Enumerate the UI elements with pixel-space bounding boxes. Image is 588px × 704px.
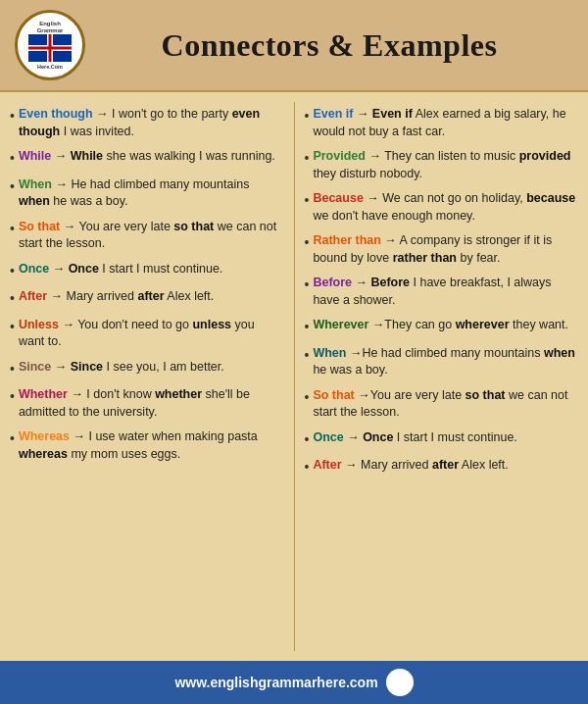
list-item: • Before → Before I have breakfast, I al…	[303, 271, 581, 313]
logo: EnglishGrammar Here.Com	[15, 10, 85, 80]
list-item: • Since → Since I see you, I am better.	[8, 355, 286, 383]
bullet-point: •	[305, 458, 310, 478]
list-item: • Provided → They can listen to music pr…	[303, 144, 581, 186]
item-text: Rather than → A company is stronger if i…	[313, 232, 578, 267]
bold-example: when	[544, 346, 575, 360]
item-text: After → Mary arrived after Alex left.	[313, 457, 508, 475]
list-item: • So that → You are very late so that we…	[8, 215, 286, 257]
bullet-point: •	[10, 360, 15, 379]
connector-word: After	[19, 289, 47, 303]
bullet-point: •	[10, 177, 15, 197]
item-text: Whether → I don't know whether she'll be…	[19, 386, 284, 421]
bullet-point: •	[305, 149, 310, 169]
list-item: • After → Mary arrived after Alex left.	[303, 453, 581, 481]
list-item: • When → He had climbed many mountains w…	[8, 173, 286, 215]
bullet-point: •	[10, 220, 15, 239]
bold-example: Before	[370, 276, 410, 289]
list-item: • Even though → I won't go to the party …	[8, 102, 286, 144]
bullet-point: •	[305, 346, 310, 366]
list-item: • Even if → Even if Alex earned a big sa…	[303, 102, 581, 144]
item-text: Provided → They can listen to music prov…	[313, 148, 578, 182]
bullet-point: •	[10, 107, 15, 126]
connector-word: Because	[313, 191, 363, 205]
bold-example: whether	[155, 387, 202, 401]
connector-word: Before	[313, 276, 352, 289]
list-item: • When →He had climbed many mountains wh…	[303, 341, 581, 383]
bold-example: whereas	[19, 447, 68, 461]
connector-word: While	[19, 149, 51, 163]
list-item: • Once → Once I start I must continue.	[303, 426, 581, 454]
main-content: • Even though → I won't go to the party …	[0, 92, 588, 661]
item-text: So that → You are very late so that we c…	[19, 219, 284, 253]
item-text: Even though → I won't go to the party ev…	[19, 106, 284, 140]
bold-example: after	[137, 289, 164, 303]
bullet-point: •	[305, 318, 310, 337]
bold-example: Since	[71, 360, 103, 374]
connector-word: Even though	[19, 107, 93, 121]
connector-word: So that	[19, 220, 60, 233]
bold-example: when	[19, 194, 50, 208]
item-text: Whereas → I use water when making pasta …	[19, 428, 284, 463]
bullet-point: •	[305, 233, 310, 253]
connector-word: Whereas	[19, 429, 70, 443]
item-text: Once → Once I start I must continue.	[313, 429, 516, 447]
item-text: Since → Since I see you, I am better.	[19, 359, 224, 377]
bold-example: so that	[466, 388, 506, 402]
bullet-point: •	[305, 388, 310, 408]
bold-example: wherever	[456, 318, 510, 331]
connector-word: Once	[19, 262, 49, 276]
connector-word: Provided	[313, 149, 366, 163]
list-item: • So that →You are very late so that we …	[303, 383, 581, 426]
list-item: • Because → We can not go on holiday, be…	[303, 186, 581, 228]
bold-example: unless	[192, 318, 231, 331]
connector-word: Even if	[313, 107, 353, 121]
list-item: • Once → Once I start I must continue.	[8, 257, 286, 285]
bold-example: rather than	[393, 251, 457, 265]
bold-example: While	[71, 149, 103, 163]
item-text: When → He had climbed many mountains whe…	[19, 176, 284, 211]
item-text: Even if → Even if Alex earned a big sala…	[313, 106, 578, 140]
bold-example: after	[432, 458, 459, 472]
list-item: • While → While she was walking I was ru…	[8, 144, 286, 173]
item-text: So that →You are very late so that we ca…	[313, 387, 578, 422]
list-item: • Unless → You don't need to go unless y…	[8, 313, 286, 355]
bullet-point: •	[305, 107, 310, 126]
item-text: Once → Once I start I must continue.	[19, 261, 222, 278]
bold-example: so that	[173, 220, 214, 233]
bullet-point: •	[10, 262, 15, 281]
item-text: After → Mary arrived after Alex left.	[19, 288, 214, 306]
connector-word: When	[19, 177, 52, 191]
connector-word: Whether	[19, 387, 68, 401]
left-column: • Even though → I won't go to the party …	[8, 102, 286, 651]
list-item: • Whether → I don't know whether she'll …	[8, 382, 286, 425]
footer-icon: ☞	[386, 669, 414, 696]
right-column: • Even if → Even if Alex earned a big sa…	[303, 102, 581, 651]
bullet-point: •	[305, 191, 310, 211]
item-text: Because → We can not go on holiday, beca…	[313, 190, 578, 225]
connector-word: Since	[19, 360, 51, 374]
item-text: While → While she was walking I was runn…	[19, 148, 275, 166]
item-text: Wherever →They can go wherever they want…	[313, 317, 568, 334]
connector-word: Once	[313, 430, 343, 444]
bold-example: because	[526, 191, 575, 205]
bullet-point: •	[10, 289, 15, 309]
bold-example: Once	[69, 262, 99, 276]
list-item: • Whereas → I use water when making past…	[8, 425, 286, 467]
bullet-point: •	[10, 149, 15, 169]
list-item: • Wherever →They can go wherever they wa…	[303, 313, 581, 341]
bullet-point: •	[10, 387, 15, 407]
footer-url: www.englishgrammarhere.com	[174, 675, 377, 690]
connector-word: Wherever	[313, 318, 368, 331]
connector-word: When	[313, 346, 346, 360]
item-text: Unless → You don't need to go unless you…	[19, 317, 284, 351]
bold-example: provided	[519, 149, 571, 163]
connector-word: Rather than	[313, 233, 380, 247]
bullet-point: •	[305, 276, 310, 295]
bullet-point: •	[305, 430, 310, 450]
connector-word: Unless	[19, 318, 59, 331]
connector-word: After	[313, 458, 341, 472]
bullet-point: •	[10, 318, 15, 337]
list-item: • After → Mary arrived after Alex left.	[8, 284, 286, 313]
item-text: When →He had climbed many mountains when…	[313, 345, 578, 379]
header: EnglishGrammar Here.Com Connectors & Exa…	[0, 0, 588, 92]
